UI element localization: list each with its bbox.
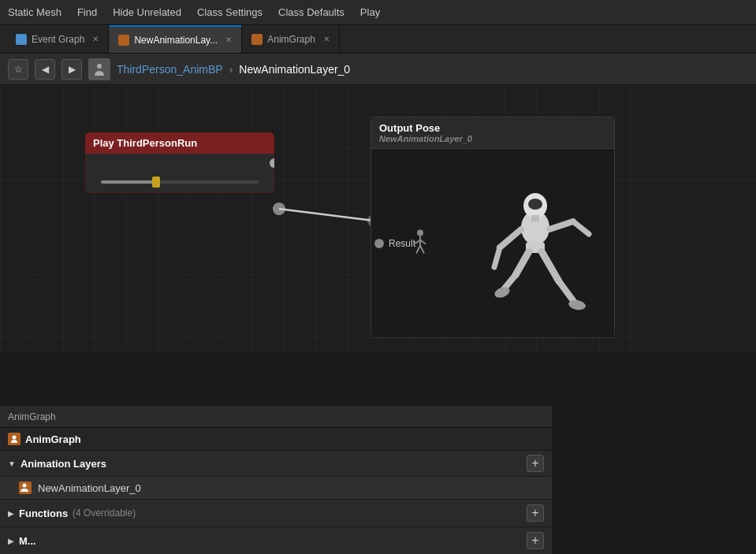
svg-line-28: [559, 281, 575, 303]
svg-line-22: [549, 221, 573, 229]
anim-graph-header: AnimGraph: [0, 428, 552, 451]
play-node-header: Play ThirdPersonRun: [85, 132, 274, 154]
tab-event-graph-close[interactable]: ✕: [92, 35, 99, 43]
anim-graph-tab-icon: [251, 34, 263, 45]
layer-item-new-animation-layer[interactable]: NewAnimationLayer_0: [0, 477, 552, 500]
svg-point-0: [97, 64, 102, 69]
graph-canvas[interactable]: Play ThirdPersonRun: [0, 85, 756, 351]
back-button[interactable]: ◀: [35, 59, 55, 80]
svg-point-31: [13, 436, 17, 440]
output-node-figure-icon: [411, 228, 430, 255]
panel-tab-bar: AnimGraph: [0, 406, 552, 428]
animation-layers-title: Animation Layers: [20, 458, 106, 470]
breadcrumb-separator: ›: [229, 63, 233, 76]
svg-point-18: [528, 199, 542, 210]
more-section[interactable]: ▶ M... +: [0, 527, 552, 554]
more-header-left: ▶ M...: [8, 535, 36, 547]
output-node-subtitle: NewAnimationLayer_0: [379, 134, 606, 143]
output-node-header: Output Pose NewAnimationLayer_0: [371, 117, 615, 149]
forward-button[interactable]: ▶: [61, 59, 82, 80]
tab-bar: Event Graph ✕ NewAnimationLay... ✕ AnimG…: [0, 25, 756, 54]
svg-line-27: [542, 251, 559, 281]
output-node-title: Output Pose: [379, 122, 606, 134]
tab-anim-graph-label: AnimGraph: [267, 34, 315, 45]
anim-graph-icon: [8, 433, 20, 445]
svg-line-26: [504, 275, 516, 289]
animation-layers-header-left: ▼ Animation Layers: [8, 458, 106, 470]
svg-rect-19: [531, 215, 539, 221]
more-add-button[interactable]: +: [527, 532, 544, 549]
new-anim-layer-tab-icon: [118, 35, 129, 46]
functions-count: (4 Overridable): [73, 508, 136, 519]
node-output-pose[interactable]: Output Pose NewAnimationLayer_0 Result: [371, 117, 615, 338]
svg-point-32: [23, 484, 27, 488]
tab-new-anim-layer-label: NewAnimationLay...: [134, 35, 218, 46]
more-triangle: ▶: [8, 537, 14, 545]
svg-line-21: [494, 247, 500, 267]
node-play-thirdpersonrun[interactable]: Play ThirdPersonRun: [85, 132, 274, 193]
pin-dot: [374, 239, 384, 248]
functions-section[interactable]: ▶ Functions (4 Overridable) +: [0, 500, 552, 527]
svg-line-14: [416, 245, 420, 253]
menu-class-settings[interactable]: Class Settings: [197, 6, 263, 18]
svg-line-15: [420, 245, 424, 253]
animation-layers-triangle: ▼: [8, 459, 16, 468]
menu-class-defaults[interactable]: Class Defaults: [278, 6, 344, 18]
functions-label: Functions: [19, 508, 68, 519]
tab-new-anim-layer[interactable]: NewAnimationLay... ✕: [109, 25, 242, 53]
timeline-bar[interactable]: [101, 180, 259, 184]
timeline-marker[interactable]: [152, 177, 160, 188]
output-node-body: Result: [371, 149, 615, 338]
svg-line-25: [516, 251, 529, 275]
play-node-output-pin[interactable]: [270, 158, 274, 168]
svg-line-13: [420, 240, 426, 244]
menu-static-mesh[interactable]: Static Mesh: [8, 6, 61, 18]
tab-anim-graph-close[interactable]: ✕: [323, 35, 330, 43]
svg-line-23: [573, 221, 589, 234]
svg-line-3: [279, 209, 374, 221]
event-graph-tab-icon: [16, 34, 27, 45]
menu-find[interactable]: Find: [77, 6, 97, 18]
animation-layers-section[interactable]: ▼ Animation Layers +: [0, 451, 552, 477]
play-node-body: [85, 154, 274, 193]
robot-figure: [472, 165, 598, 322]
tab-event-graph-label: Event Graph: [32, 34, 84, 45]
animation-layers-add-button[interactable]: +: [527, 455, 544, 472]
tab-new-anim-layer-close[interactable]: ✕: [225, 35, 232, 44]
functions-header-left: ▶ Functions (4 Overridable): [8, 508, 136, 519]
svg-line-20: [500, 229, 521, 247]
tab-anim-graph[interactable]: AnimGraph ✕: [242, 25, 340, 53]
menu-hide-unrelated[interactable]: Hide Unrelated: [113, 6, 181, 18]
more-label: M...: [19, 535, 36, 547]
breadcrumb-parent[interactable]: ThirdPerson_AnimBP: [117, 63, 223, 76]
tab-event-graph[interactable]: Event Graph ✕: [6, 25, 109, 53]
layer-item-icon: [19, 481, 32, 494]
breadcrumb-current: NewAnimationLayer_0: [239, 63, 350, 76]
breadcrumb-bar: ☆ ◀ ▶ ThirdPerson_AnimBP › NewAnimationL…: [0, 54, 756, 85]
timeline-progress: [101, 180, 156, 184]
bottom-panel: AnimGraph AnimGraph ▼ Animation Layers +…: [0, 404, 552, 554]
svg-line-12: [415, 240, 420, 244]
bookmark-button[interactable]: ☆: [8, 59, 28, 80]
anim-graph-title: AnimGraph: [25, 433, 81, 445]
play-node-title: Play ThirdPersonRun: [93, 137, 197, 149]
functions-triangle: ▶: [8, 509, 14, 518]
layer-item-label: NewAnimationLayer_0: [38, 482, 141, 494]
svg-point-10: [417, 229, 423, 236]
character-display: [464, 157, 606, 329]
breadcrumb: ThirdPerson_AnimBP › NewAnimationLayer_0: [117, 63, 350, 76]
panel-tab-label[interactable]: AnimGraph: [8, 411, 56, 422]
svg-point-1: [273, 203, 285, 215]
functions-add-button[interactable]: +: [527, 504, 544, 522]
menu-play[interactable]: Play: [360, 6, 380, 18]
top-menu-bar: Static Mesh Find Hide Unrelated Class Se…: [0, 0, 756, 25]
blueprint-icon: [88, 58, 110, 80]
